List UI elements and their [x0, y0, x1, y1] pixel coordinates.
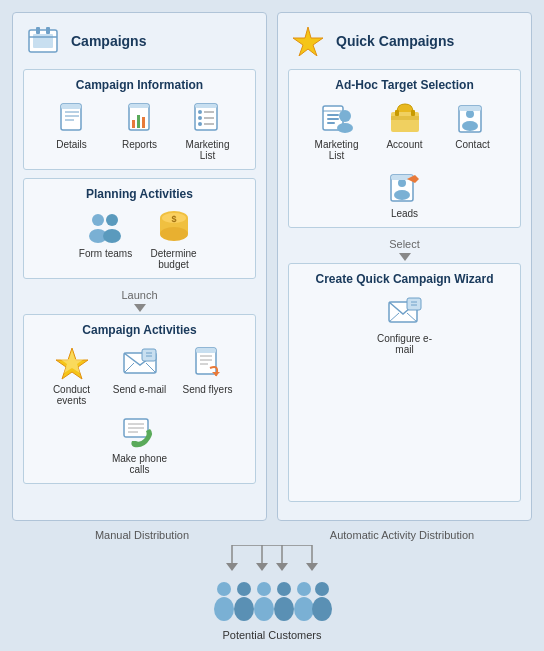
svg-point-94 — [294, 597, 314, 621]
svg-point-16 — [198, 110, 202, 114]
svg-point-18 — [198, 122, 202, 126]
svg-point-90 — [254, 597, 274, 621]
svg-rect-59 — [395, 110, 399, 116]
phone-calls-label: Make phone calls — [110, 453, 170, 475]
account-item[interactable]: Account — [375, 100, 435, 161]
campaigns-icon — [23, 23, 63, 59]
svg-rect-22 — [195, 104, 217, 108]
svg-point-64 — [462, 121, 478, 131]
quick-campaigns-panel: Quick Campaigns Ad-Hoc Target Selection — [277, 12, 532, 521]
adhoc-marketing-list-label: Marketing List — [307, 139, 367, 161]
planning-grid: Form teams $ Determine bud — [32, 209, 247, 270]
configure-email-label: Configure e-mail — [375, 333, 435, 355]
bottom-section: Manual Distribution Automatic Activity D… — [0, 521, 544, 651]
form-teams-item[interactable]: Form teams — [76, 209, 136, 270]
svg-point-63 — [466, 110, 474, 118]
reports-label: Reports — [122, 139, 157, 150]
svg-point-89 — [257, 582, 271, 596]
launch-arrow — [134, 304, 146, 312]
svg-point-26 — [103, 229, 121, 243]
quick-campaigns-header: Quick Campaigns — [288, 23, 521, 59]
auto-dist-label: Automatic Activity Distribution — [272, 529, 532, 541]
send-flyers-item[interactable]: Send flyers — [178, 345, 238, 406]
leads-icon — [385, 169, 425, 205]
adhoc-box: Ad-Hoc Target Selection — [288, 69, 521, 228]
svg-point-56 — [339, 110, 351, 122]
svg-rect-61 — [391, 116, 419, 120]
svg-rect-60 — [411, 110, 415, 116]
svg-point-93 — [297, 582, 311, 596]
svg-rect-11 — [132, 120, 135, 128]
wizard-title: Create Quick Campaign Wizard — [297, 272, 512, 286]
svg-point-95 — [315, 582, 329, 596]
select-label: Select — [288, 238, 521, 261]
marketing-list-item[interactable]: Marketing List — [178, 100, 238, 161]
svg-rect-14 — [129, 104, 149, 108]
details-label: Details — [56, 139, 87, 150]
svg-marker-50 — [293, 27, 323, 56]
conduct-events-label: Conduct events — [42, 384, 102, 406]
svg-rect-44 — [196, 348, 216, 353]
svg-rect-13 — [142, 117, 145, 128]
arrows-row — [192, 545, 352, 573]
configure-email-item[interactable]: Configure e-mail — [375, 294, 435, 355]
campaign-info-title: Campaign Information — [32, 78, 247, 92]
budget-item[interactable]: $ Determine budget — [144, 209, 204, 270]
svg-marker-79 — [256, 563, 268, 571]
customers-icon — [212, 579, 332, 625]
planning-title: Planning Activities — [32, 187, 247, 201]
account-label: Account — [386, 139, 422, 150]
svg-point-25 — [106, 214, 118, 226]
details-item[interactable]: Details — [42, 100, 102, 161]
send-email-label: Send e-mail — [113, 384, 166, 395]
svg-point-85 — [217, 582, 231, 596]
reports-item[interactable]: Reports — [110, 100, 170, 161]
planning-box: Planning Activities Form teams — [23, 178, 256, 279]
svg-rect-1 — [33, 34, 53, 48]
svg-rect-53 — [327, 114, 339, 116]
svg-rect-55 — [327, 122, 335, 124]
budget-label: Determine budget — [144, 248, 204, 270]
contact-item[interactable]: Contact — [443, 100, 503, 161]
customers-label: Potential Customers — [222, 629, 321, 641]
send-email-item[interactable]: Send e-mail — [110, 345, 170, 406]
svg-point-91 — [277, 582, 291, 596]
contact-icon — [453, 100, 493, 136]
details-icon — [52, 100, 92, 136]
campaigns-header: Campaigns — [23, 23, 256, 59]
form-teams-icon — [86, 209, 126, 245]
leads-item[interactable]: Leads — [375, 169, 435, 219]
svg-rect-65 — [459, 106, 481, 111]
conduct-events-item[interactable]: Conduct events — [42, 345, 102, 406]
budget-icon: $ — [154, 209, 194, 245]
campaign-info-grid: Details Reports — [32, 100, 247, 161]
quick-campaigns-icon — [288, 23, 328, 59]
svg-point-23 — [92, 214, 104, 226]
svg-point-17 — [198, 116, 202, 120]
svg-rect-73 — [407, 298, 421, 310]
svg-point-96 — [312, 597, 332, 621]
customers-row: Potential Customers — [212, 579, 332, 641]
svg-point-67 — [398, 179, 406, 187]
form-teams-label: Form teams — [79, 248, 132, 259]
account-icon — [385, 100, 425, 136]
svg-marker-83 — [306, 563, 318, 571]
send-flyers-icon — [188, 345, 228, 381]
svg-marker-81 — [276, 563, 288, 571]
svg-point-57 — [337, 123, 353, 133]
adhoc-marketing-list-item[interactable]: Marketing List — [307, 100, 367, 161]
svg-rect-3 — [46, 27, 50, 34]
distribution-row: Manual Distribution Automatic Activity D… — [12, 529, 532, 541]
select-arrow — [399, 253, 411, 261]
leads-label: Leads — [391, 208, 418, 219]
wizard-grid: Configure e-mail — [297, 294, 512, 355]
campaign-activities-title: Campaign Activities — [32, 323, 247, 337]
svg-rect-12 — [137, 115, 140, 128]
campaign-info-box: Campaign Information Detail — [23, 69, 256, 170]
svg-point-68 — [394, 190, 410, 200]
phone-calls-item[interactable]: Make phone calls — [110, 414, 170, 475]
configure-email-icon — [385, 294, 425, 330]
svg-rect-54 — [327, 118, 339, 120]
contact-label: Contact — [455, 139, 489, 150]
distribution-arrows — [192, 545, 352, 573]
